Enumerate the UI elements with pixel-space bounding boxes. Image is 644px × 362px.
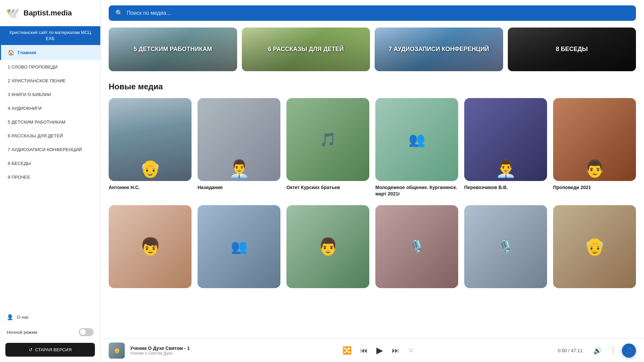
- person-icon: 👤: [7, 314, 13, 320]
- play-button[interactable]: ▶: [375, 344, 384, 357]
- night-mode-row: Ночной режим: [0, 325, 100, 340]
- nav-item-9[interactable]: 9 ПРОЧЕЕ: [0, 170, 100, 184]
- nav-item-1[interactable]: 1 СЛОВО ПРОПОВЕДИ: [0, 60, 100, 74]
- media-title-3: Октет Курских братьев: [286, 184, 369, 191]
- search-icon: 🔍: [115, 9, 123, 17]
- next-button[interactable]: ⏭: [390, 345, 400, 356]
- player-thumbnail: 👴: [109, 343, 125, 359]
- media-card-6[interactable]: 👨 Проповеди 2021: [553, 98, 636, 197]
- night-mode-toggle[interactable]: [79, 328, 94, 336]
- nav-label-home: Главная: [18, 50, 36, 55]
- media-card-12[interactable]: 👴: [553, 205, 636, 288]
- nav-label-7: 7 АУДИОЗАПИСИ КОНФЕРЕНЦИЙ: [8, 147, 82, 152]
- nav-item-6[interactable]: 6 РАССКАЗЫ ДЛЯ ДЕТЕЙ: [0, 129, 100, 143]
- banner-8[interactable]: 8 БЕСЕДЫ: [508, 28, 636, 71]
- new-media-title: Новые медиа: [109, 82, 636, 91]
- nav-item-7[interactable]: 7 АУДИОЗАПИСИ КОНФЕРЕНЦИЙ: [0, 143, 100, 156]
- main-content: 🔍 5 ДЕТСКИМ РАБОТНИКАМ 6 РАССКАЗЫ ДЛЯ ДЕ…: [101, 0, 644, 362]
- volume-button[interactable]: 🔊: [593, 347, 602, 355]
- sidebar: 🕊️ Baptist.media Христианский сайт по ма…: [0, 0, 101, 362]
- nav-label-6: 6 РАССКАЗЫ ДЛЯ ДЕТЕЙ: [8, 133, 63, 138]
- more-options-button[interactable]: ⋮: [610, 347, 616, 355]
- media-card-1[interactable]: 👴 Антонюк Н.С.: [109, 98, 192, 197]
- shuffle-button[interactable]: 🔀: [341, 345, 353, 356]
- player-thumb-image: 👴: [109, 343, 125, 359]
- player-track-subtitle: Учение о Святом Духе.: [130, 351, 204, 356]
- banner-6[interactable]: 6 РАССКАЗЫ ДЛЯ ДЕТЕЙ: [242, 28, 370, 71]
- player-time: 0:00 / 47:11: [558, 348, 583, 353]
- media-card-7[interactable]: 👦: [109, 205, 192, 288]
- home-icon: 🏠: [8, 49, 14, 56]
- search-bar: 🔍: [109, 5, 636, 21]
- media-card-5[interactable]: 👨‍💼 Перевозчиков В.В.: [464, 98, 547, 197]
- banner-7-label: 7 АУДИОЗАПИСИ КОНФЕРЕНЦИЙ: [375, 28, 503, 71]
- media-card-8[interactable]: 👥: [198, 205, 280, 288]
- nav-label-3: 3 КНИГИ О БИБЛИИ: [8, 92, 51, 97]
- nav-label-5: 5 ДЕТСКИМ РАБОТНИКАМ: [8, 120, 65, 125]
- about-label: О нас: [17, 315, 29, 320]
- nav-item-5[interactable]: 5 ДЕТСКИМ РАБОТНИКАМ: [0, 115, 100, 129]
- nav-label-9: 9 ПРОЧЕЕ: [8, 175, 30, 180]
- main-nav: 🏠 Главная 1 СЛОВО ПРОПОВЕДИ 2 ХРИСТИАНСК…: [0, 45, 100, 310]
- banner-5-label: 5 ДЕТСКИМ РАБОТНИКАМ: [109, 28, 237, 71]
- previous-button[interactable]: ⏮: [359, 345, 369, 356]
- media-title-6: Проповеди 2021: [553, 184, 636, 191]
- toggle-knob: [80, 329, 86, 335]
- old-version-label: СТАРАЯ ВЕРСИЯ: [35, 347, 72, 352]
- about-link[interactable]: 👤 О нас: [0, 310, 100, 325]
- banner-7[interactable]: 7 АУДИОЗАПИСИ КОНФЕРЕНЦИЙ: [375, 28, 503, 71]
- nav-item-home[interactable]: 🏠 Главная: [0, 45, 100, 60]
- search-wrap: 🔍: [101, 0, 644, 24]
- nav-item-8[interactable]: 8 БЕСЕДЫ: [0, 156, 100, 170]
- nav-item-2[interactable]: 2 ХРИСТИАНСКОЕ ПЕНИЕ: [0, 74, 100, 88]
- media-title-5: Перевозчиков В.В.: [464, 184, 547, 191]
- banner-8-label: 8 БЕСЕДЫ: [508, 28, 636, 71]
- music-fab-button[interactable]: 🎵: [622, 344, 636, 358]
- banner-5[interactable]: 5 ДЕТСКИМ РАБОТНИКАМ: [109, 28, 237, 71]
- night-mode-label: Ночной режим: [7, 330, 37, 335]
- nav-label-2: 2 ХРИСТИАНСКОЕ ПЕНИЕ: [8, 78, 66, 83]
- media-grid-bottom: 👦 👥 👨 🎙️: [109, 205, 636, 288]
- media-title-1: Антонюк Н.С.: [109, 184, 192, 191]
- logo-text: Baptist.media: [23, 9, 72, 17]
- player-track-title: Учение О Духе Святом - 1: [130, 346, 204, 351]
- media-title-4: Молодежное общение. Курганинск. март 202…: [375, 184, 458, 197]
- player-controls: 🔀 ⏮ ▶ ⏭ ✕: [209, 344, 547, 357]
- media-title-2: Назидание: [198, 184, 280, 191]
- player-info: Учение О Духе Святом - 1 Учение о Святом…: [130, 346, 204, 356]
- banner-6-label: 6 РАССКАЗЫ ДЛЯ ДЕТЕЙ: [242, 28, 370, 71]
- media-card-10[interactable]: 🎙️: [375, 205, 458, 288]
- logo-icon: 🕊️: [6, 7, 19, 19]
- media-card-11[interactable]: 🎙️: [464, 205, 547, 288]
- nav-item-3[interactable]: 3 КНИГИ О БИБЛИИ: [0, 88, 100, 101]
- player-bar: 👴 Учение О Духе Святом - 1 Учение о Свят…: [101, 338, 644, 362]
- media-card-9[interactable]: 👨: [286, 205, 369, 288]
- nav-item-4[interactable]: 4 АУДИОКНИГИ: [0, 101, 100, 115]
- media-grid-top: 👴 Антонюк Н.С. 👨‍💼 Назидание: [109, 98, 636, 197]
- search-input[interactable]: [127, 10, 629, 16]
- content-area: 5 ДЕТСКИМ РАБОТНИКАМ 6 РАССКАЗЫ ДЛЯ ДЕТЕ…: [101, 24, 644, 338]
- nav-label-1: 1 СЛОВО ПРОПОВЕДИ: [8, 64, 58, 70]
- media-card-3[interactable]: 🎵 Октет Курских братьев: [286, 98, 369, 197]
- nav-label-8: 8 БЕСЕДЫ: [8, 161, 31, 166]
- old-version-icon: ↺: [29, 347, 33, 352]
- nav-label-4: 4 АУДИОКНИГИ: [8, 106, 42, 111]
- media-card-2[interactable]: 👨‍💼 Назидание: [198, 98, 280, 197]
- repeat-button[interactable]: ✕: [407, 345, 415, 356]
- old-version-button[interactable]: ↺ СТАРАЯ ВЕРСИЯ: [5, 343, 95, 357]
- site-subtitle: Христианский сайт по материалам МСЦ ЕХБ: [0, 26, 100, 45]
- logo[interactable]: 🕊️ Baptist.media: [0, 0, 100, 26]
- media-card-4[interactable]: 👥 Молодежное общение. Курганинск. март 2…: [375, 98, 458, 197]
- category-banners: 5 ДЕТСКИМ РАБОТНИКАМ 6 РАССКАЗЫ ДЛЯ ДЕТЕ…: [109, 28, 636, 71]
